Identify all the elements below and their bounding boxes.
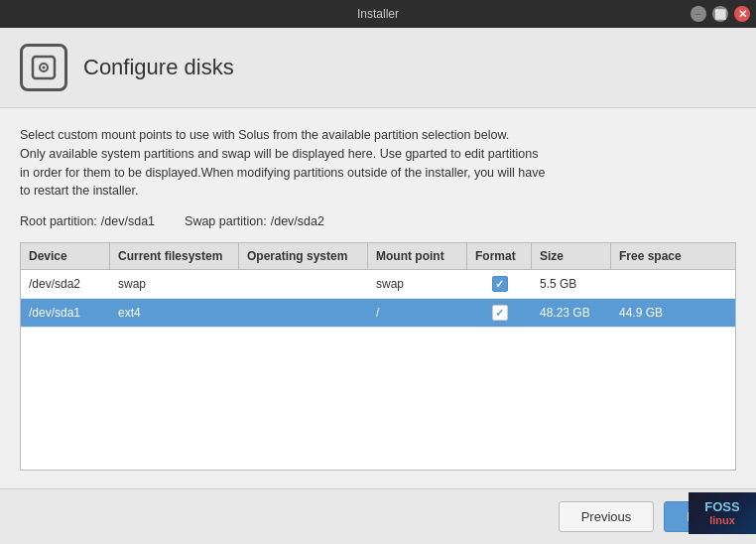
format-checkbox[interactable] [492,276,508,292]
cell-format[interactable] [467,299,532,327]
cell-filesystem: ext4 [110,300,239,326]
previous-button[interactable]: Previous [559,501,655,532]
description-text: Select custom mount points to use with S… [20,126,736,201]
cell-size: 5.5 GB [532,271,611,297]
col-header-os: Operating system [239,243,368,269]
col-header-mount: Mount point [368,243,467,269]
col-header-format: Format [467,243,532,269]
foss-linux-watermark: FOSS linux [689,492,756,534]
header-icon [20,44,67,91]
disk-icon [30,54,58,81]
window-controls: − ⬜ ✕ [691,6,750,22]
page-title: Configure disks [83,55,234,80]
header: Configure disks [0,28,756,108]
footer: Previous Next [0,488,756,544]
cell-mount: / [368,300,467,326]
close-button[interactable]: ✕ [734,6,750,22]
watermark-line1: FOSS [704,499,739,515]
root-partition-info: Root partition: /dev/sda1 [20,214,155,228]
format-checkbox[interactable] [492,305,508,321]
window-title: Installer [357,7,399,21]
col-header-freespace: Free space [611,243,735,269]
cell-os [239,307,368,319]
main-window: Configure disks Select custom mount poin… [0,28,756,544]
table-header: Device Current filesystem Operating syst… [21,243,735,270]
watermark-line2: linux [704,514,739,527]
col-header-size: Size [532,243,611,269]
minimize-button[interactable]: − [691,6,706,22]
cell-mount: swap [368,271,467,297]
cell-filesystem: swap [110,271,239,297]
cell-freespace [611,278,735,290]
cell-device: /dev/sda2 [21,271,110,297]
col-header-device: Device [21,243,110,269]
title-bar: Installer − ⬜ ✕ [0,0,756,28]
cell-device: /dev/sda1 [21,300,110,326]
partition-table: Device Current filesystem Operating syst… [20,242,736,471]
cell-size: 48.23 GB [532,300,611,326]
content-area: Select custom mount points to use with S… [0,108,756,488]
cell-os [239,278,368,290]
restore-button[interactable]: ⬜ [712,6,728,22]
cell-format[interactable] [467,270,532,298]
table-row[interactable]: /dev/sda2 swap swap 5.5 GB [21,270,735,299]
table-row[interactable]: /dev/sda1 ext4 / 48.23 GB 44.9 GB [21,299,735,328]
swap-partition-info: Swap partition: /dev/sda2 [185,214,324,228]
partition-info: Root partition: /dev/sda1 Swap partition… [20,214,736,228]
col-header-filesystem: Current filesystem [110,243,239,269]
svg-point-2 [43,67,46,69]
cell-freespace: 44.9 GB [611,300,735,326]
